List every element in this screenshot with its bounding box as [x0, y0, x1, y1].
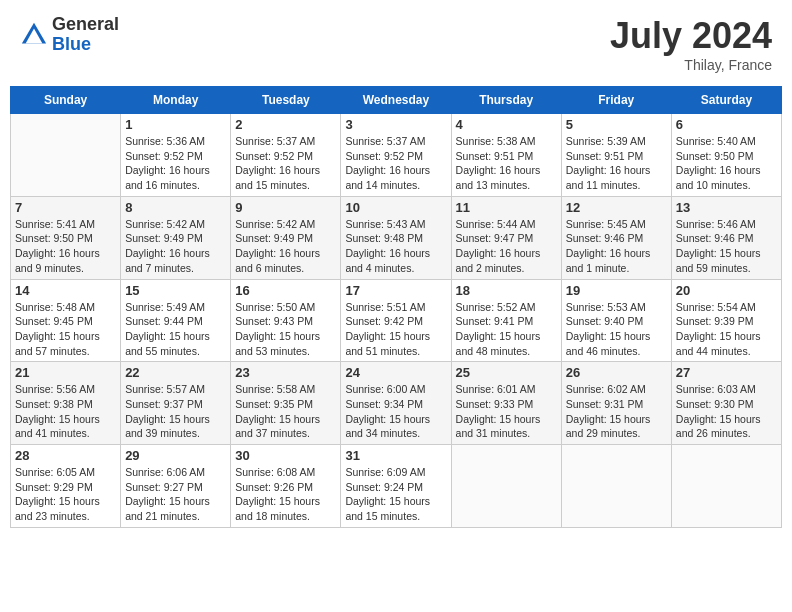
- day-info: Sunrise: 5:58 AM Sunset: 9:35 PM Dayligh…: [235, 382, 336, 441]
- day-number: 25: [456, 365, 557, 380]
- calendar-cell: 16Sunrise: 5:50 AM Sunset: 9:43 PM Dayli…: [231, 279, 341, 362]
- day-info: Sunrise: 5:41 AM Sunset: 9:50 PM Dayligh…: [15, 217, 116, 276]
- day-number: 8: [125, 200, 226, 215]
- day-header-sunday: Sunday: [11, 87, 121, 114]
- day-info: Sunrise: 5:36 AM Sunset: 9:52 PM Dayligh…: [125, 134, 226, 193]
- page-header: General Blue July 2024 Thilay, France: [10, 10, 782, 78]
- day-number: 24: [345, 365, 446, 380]
- day-info: Sunrise: 5:46 AM Sunset: 9:46 PM Dayligh…: [676, 217, 777, 276]
- day-info: Sunrise: 5:37 AM Sunset: 9:52 PM Dayligh…: [345, 134, 446, 193]
- calendar-cell: 1Sunrise: 5:36 AM Sunset: 9:52 PM Daylig…: [121, 114, 231, 197]
- calendar-cell: 31Sunrise: 6:09 AM Sunset: 9:24 PM Dayli…: [341, 445, 451, 528]
- day-number: 6: [676, 117, 777, 132]
- calendar-cell: 29Sunrise: 6:06 AM Sunset: 9:27 PM Dayli…: [121, 445, 231, 528]
- day-info: Sunrise: 6:09 AM Sunset: 9:24 PM Dayligh…: [345, 465, 446, 524]
- calendar-body: 1Sunrise: 5:36 AM Sunset: 9:52 PM Daylig…: [11, 114, 782, 528]
- day-info: Sunrise: 5:42 AM Sunset: 9:49 PM Dayligh…: [125, 217, 226, 276]
- day-info: Sunrise: 5:53 AM Sunset: 9:40 PM Dayligh…: [566, 300, 667, 359]
- day-info: Sunrise: 5:39 AM Sunset: 9:51 PM Dayligh…: [566, 134, 667, 193]
- calendar-cell: [671, 445, 781, 528]
- day-number: 20: [676, 283, 777, 298]
- day-number: 1: [125, 117, 226, 132]
- calendar-cell: 27Sunrise: 6:03 AM Sunset: 9:30 PM Dayli…: [671, 362, 781, 445]
- day-header-thursday: Thursday: [451, 87, 561, 114]
- calendar-cell: [11, 114, 121, 197]
- calendar-cell: 28Sunrise: 6:05 AM Sunset: 9:29 PM Dayli…: [11, 445, 121, 528]
- calendar-cell: 3Sunrise: 5:37 AM Sunset: 9:52 PM Daylig…: [341, 114, 451, 197]
- calendar-cell: 19Sunrise: 5:53 AM Sunset: 9:40 PM Dayli…: [561, 279, 671, 362]
- day-info: Sunrise: 6:00 AM Sunset: 9:34 PM Dayligh…: [345, 382, 446, 441]
- day-number: 21: [15, 365, 116, 380]
- calendar-cell: 18Sunrise: 5:52 AM Sunset: 9:41 PM Dayli…: [451, 279, 561, 362]
- day-number: 27: [676, 365, 777, 380]
- month-title: July 2024: [610, 15, 772, 57]
- calendar-cell: 5Sunrise: 5:39 AM Sunset: 9:51 PM Daylig…: [561, 114, 671, 197]
- calendar-cell: 20Sunrise: 5:54 AM Sunset: 9:39 PM Dayli…: [671, 279, 781, 362]
- logo-text: General Blue: [52, 15, 119, 55]
- calendar-cell: 6Sunrise: 5:40 AM Sunset: 9:50 PM Daylig…: [671, 114, 781, 197]
- day-number: 15: [125, 283, 226, 298]
- title-block: July 2024 Thilay, France: [610, 15, 772, 73]
- day-number: 22: [125, 365, 226, 380]
- day-info: Sunrise: 6:02 AM Sunset: 9:31 PM Dayligh…: [566, 382, 667, 441]
- day-info: Sunrise: 5:51 AM Sunset: 9:42 PM Dayligh…: [345, 300, 446, 359]
- day-number: 10: [345, 200, 446, 215]
- calendar-cell: 21Sunrise: 5:56 AM Sunset: 9:38 PM Dayli…: [11, 362, 121, 445]
- week-row-4: 21Sunrise: 5:56 AM Sunset: 9:38 PM Dayli…: [11, 362, 782, 445]
- day-info: Sunrise: 5:48 AM Sunset: 9:45 PM Dayligh…: [15, 300, 116, 359]
- day-number: 30: [235, 448, 336, 463]
- day-info: Sunrise: 6:03 AM Sunset: 9:30 PM Dayligh…: [676, 382, 777, 441]
- day-number: 28: [15, 448, 116, 463]
- calendar-table: SundayMondayTuesdayWednesdayThursdayFrid…: [10, 86, 782, 528]
- calendar-cell: 22Sunrise: 5:57 AM Sunset: 9:37 PM Dayli…: [121, 362, 231, 445]
- day-info: Sunrise: 6:05 AM Sunset: 9:29 PM Dayligh…: [15, 465, 116, 524]
- day-number: 2: [235, 117, 336, 132]
- day-info: Sunrise: 5:50 AM Sunset: 9:43 PM Dayligh…: [235, 300, 336, 359]
- calendar-cell: 8Sunrise: 5:42 AM Sunset: 9:49 PM Daylig…: [121, 196, 231, 279]
- calendar-cell: 9Sunrise: 5:42 AM Sunset: 9:49 PM Daylig…: [231, 196, 341, 279]
- calendar-cell: 7Sunrise: 5:41 AM Sunset: 9:50 PM Daylig…: [11, 196, 121, 279]
- day-number: 23: [235, 365, 336, 380]
- day-number: 9: [235, 200, 336, 215]
- calendar-cell: 25Sunrise: 6:01 AM Sunset: 9:33 PM Dayli…: [451, 362, 561, 445]
- day-number: 18: [456, 283, 557, 298]
- calendar-cell: [451, 445, 561, 528]
- calendar-cell: 23Sunrise: 5:58 AM Sunset: 9:35 PM Dayli…: [231, 362, 341, 445]
- calendar-cell: 26Sunrise: 6:02 AM Sunset: 9:31 PM Dayli…: [561, 362, 671, 445]
- day-number: 19: [566, 283, 667, 298]
- day-info: Sunrise: 5:42 AM Sunset: 9:49 PM Dayligh…: [235, 217, 336, 276]
- calendar-cell: 13Sunrise: 5:46 AM Sunset: 9:46 PM Dayli…: [671, 196, 781, 279]
- location: Thilay, France: [610, 57, 772, 73]
- day-info: Sunrise: 5:57 AM Sunset: 9:37 PM Dayligh…: [125, 382, 226, 441]
- week-row-1: 1Sunrise: 5:36 AM Sunset: 9:52 PM Daylig…: [11, 114, 782, 197]
- calendar-cell: 30Sunrise: 6:08 AM Sunset: 9:26 PM Dayli…: [231, 445, 341, 528]
- week-row-2: 7Sunrise: 5:41 AM Sunset: 9:50 PM Daylig…: [11, 196, 782, 279]
- calendar-cell: 17Sunrise: 5:51 AM Sunset: 9:42 PM Dayli…: [341, 279, 451, 362]
- day-header-wednesday: Wednesday: [341, 87, 451, 114]
- calendar-cell: 10Sunrise: 5:43 AM Sunset: 9:48 PM Dayli…: [341, 196, 451, 279]
- day-info: Sunrise: 5:44 AM Sunset: 9:47 PM Dayligh…: [456, 217, 557, 276]
- calendar-cell: 2Sunrise: 5:37 AM Sunset: 9:52 PM Daylig…: [231, 114, 341, 197]
- week-row-3: 14Sunrise: 5:48 AM Sunset: 9:45 PM Dayli…: [11, 279, 782, 362]
- calendar-header: SundayMondayTuesdayWednesdayThursdayFrid…: [11, 87, 782, 114]
- day-number: 29: [125, 448, 226, 463]
- day-info: Sunrise: 5:52 AM Sunset: 9:41 PM Dayligh…: [456, 300, 557, 359]
- day-number: 7: [15, 200, 116, 215]
- calendar-cell: 14Sunrise: 5:48 AM Sunset: 9:45 PM Dayli…: [11, 279, 121, 362]
- day-header-monday: Monday: [121, 87, 231, 114]
- day-info: Sunrise: 5:43 AM Sunset: 9:48 PM Dayligh…: [345, 217, 446, 276]
- calendar-cell: [561, 445, 671, 528]
- day-info: Sunrise: 6:06 AM Sunset: 9:27 PM Dayligh…: [125, 465, 226, 524]
- day-header-tuesday: Tuesday: [231, 87, 341, 114]
- header-row: SundayMondayTuesdayWednesdayThursdayFrid…: [11, 87, 782, 114]
- day-header-saturday: Saturday: [671, 87, 781, 114]
- day-info: Sunrise: 5:40 AM Sunset: 9:50 PM Dayligh…: [676, 134, 777, 193]
- calendar-cell: 15Sunrise: 5:49 AM Sunset: 9:44 PM Dayli…: [121, 279, 231, 362]
- logo-blue: Blue: [52, 35, 119, 55]
- day-number: 26: [566, 365, 667, 380]
- logo-icon: [20, 21, 48, 49]
- day-number: 13: [676, 200, 777, 215]
- day-number: 11: [456, 200, 557, 215]
- day-info: Sunrise: 5:38 AM Sunset: 9:51 PM Dayligh…: [456, 134, 557, 193]
- day-number: 5: [566, 117, 667, 132]
